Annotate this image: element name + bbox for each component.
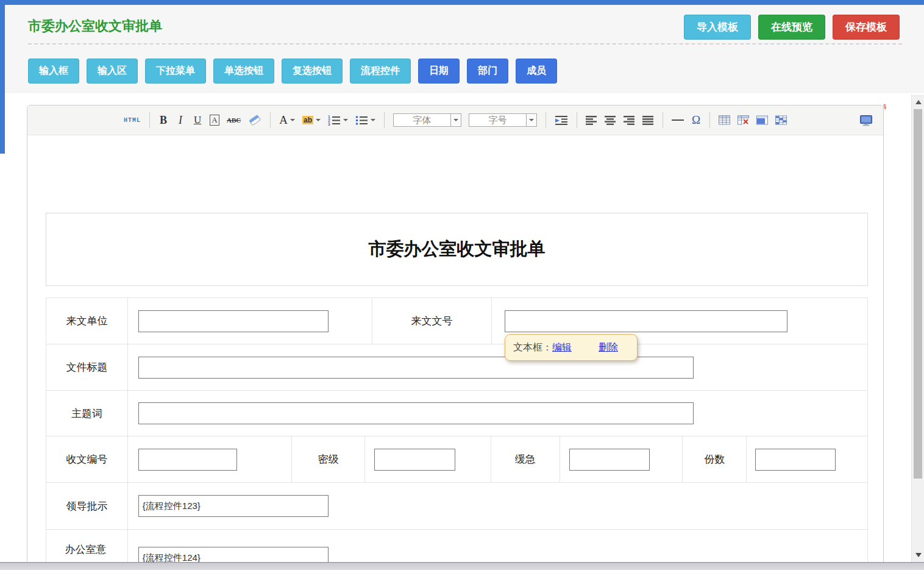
svg-text:3: 3	[328, 122, 330, 126]
align-center-icon	[605, 115, 616, 125]
bullet-list-icon	[355, 115, 368, 126]
chevron-down-icon	[371, 119, 375, 121]
scrollbar-thumb[interactable]	[914, 109, 922, 479]
page-title: 市委办公室收文审批单	[28, 17, 162, 35]
arrow-down-icon	[915, 553, 922, 557]
align-right-button[interactable]	[621, 112, 638, 129]
remove-format-icon[interactable]	[246, 112, 264, 129]
add-checkbox-button[interactable]: 复选按钮	[282, 59, 343, 84]
table-icon	[719, 115, 730, 125]
add-date-button[interactable]: 日期	[418, 59, 460, 84]
chevron-down-icon	[450, 114, 461, 126]
add-radio-button[interactable]: 单选按钮	[213, 59, 274, 84]
left-blue-strip	[0, 5, 5, 154]
horizontal-rule-button[interactable]	[669, 112, 686, 129]
font-family-select[interactable]: 字体	[393, 113, 461, 127]
security-level-label: 密级	[291, 436, 364, 482]
indent-button[interactable]	[552, 112, 570, 129]
blockquote-button[interactable]: A	[207, 112, 222, 129]
pencil-icon: ✎	[880, 102, 889, 112]
arrow-up-icon	[915, 100, 922, 104]
highlight-color-button[interactable]: ab✎	[300, 112, 323, 129]
align-center-button[interactable]	[602, 112, 619, 129]
chevron-down-icon	[290, 119, 295, 121]
urgency-input[interactable]	[569, 449, 650, 471]
align-left-icon	[586, 115, 597, 125]
toolbar-separator	[709, 112, 710, 128]
doc-number-input[interactable]	[505, 310, 787, 332]
tooltip-label: 文本框：	[513, 341, 552, 354]
insert-table-button[interactable]	[716, 112, 733, 129]
copies-input[interactable]	[755, 449, 836, 471]
table-delete-icon	[737, 115, 749, 125]
editor-content[interactable]: 市委办公室收文审批单 来文单位 来文文号 文件标题 主题词 收文编号	[27, 135, 883, 569]
import-template-button[interactable]: 导入模板	[684, 15, 751, 40]
scroll-down-button[interactable]	[912, 550, 924, 560]
ordered-list-button[interactable]: 123	[325, 112, 350, 129]
doc-title-label: 文件标题	[46, 344, 127, 390]
scroll-up-button[interactable]	[912, 97, 924, 107]
online-preview-button[interactable]: 在线预览	[758, 15, 825, 40]
receipt-number-label: 收文编号	[46, 436, 127, 482]
source-unit-label: 来文单位	[46, 298, 127, 344]
align-justify-icon	[642, 115, 654, 125]
special-char-button[interactable]: Ω	[689, 112, 703, 129]
add-flow-control-button[interactable]: 流程控件	[350, 59, 411, 84]
align-justify-button[interactable]	[640, 112, 656, 129]
font-size-select[interactable]: 字号	[469, 113, 537, 127]
copies-label: 份数	[682, 436, 746, 482]
add-dropdown-button[interactable]: 下拉菜单	[145, 59, 206, 84]
urgency-label: 缓急	[491, 436, 560, 482]
toolbar-separator	[663, 112, 663, 128]
source-unit-input[interactable]	[138, 310, 329, 332]
component-toolbar: 输入框 输入区 下拉菜单 单选按钮 复选按钮 流程控件 日期 部门 成员	[28, 59, 557, 84]
bold-button[interactable]: B	[156, 112, 171, 129]
toolbar-separator	[384, 112, 385, 128]
keywords-input[interactable]	[138, 402, 694, 424]
document-title-box: 市委办公室收文审批单	[46, 213, 868, 286]
page: { "header": { "page_title": "市委办公室收文审批单"…	[0, 0, 924, 570]
fullscreen-button[interactable]	[858, 112, 875, 129]
horizontal-line-icon	[672, 119, 684, 121]
italic-button[interactable]: I	[173, 112, 188, 129]
vertical-scrollbar[interactable]	[911, 94, 924, 562]
unordered-list-button[interactable]	[353, 112, 378, 129]
cell-properties-button[interactable]	[773, 112, 789, 129]
doc-number-label: 来文文号	[372, 298, 491, 344]
security-level-input[interactable]	[374, 449, 455, 471]
save-template-button[interactable]: 保存模板	[833, 15, 900, 40]
edit-link[interactable]: 编辑	[552, 341, 572, 354]
add-textarea-button[interactable]: 输入区	[87, 59, 138, 84]
font-color-button[interactable]: A	[277, 112, 297, 129]
toolbar-separator	[546, 112, 546, 128]
chevron-down-icon	[316, 119, 321, 121]
bottom-gray-bar	[0, 562, 924, 570]
table-properties-button[interactable]	[754, 112, 770, 129]
add-member-button[interactable]: 成员	[516, 59, 557, 84]
delete-table-button[interactable]	[735, 112, 752, 129]
leader-comments-input[interactable]	[138, 495, 329, 517]
toolbar-separator	[270, 112, 271, 128]
add-input-box-button[interactable]: 输入框	[28, 59, 79, 84]
toolbar-separator	[577, 112, 577, 128]
source-code-button[interactable]: HTML	[121, 112, 143, 129]
delete-link[interactable]: 删除	[599, 341, 618, 354]
align-left-button[interactable]	[583, 112, 600, 129]
align-right-icon	[624, 115, 635, 125]
numbered-list-icon: 123	[328, 115, 341, 126]
form-table: 来文单位 来文文号 文件标题 主题词 收文编号 密级 缓急	[46, 297, 868, 569]
receipt-number-input[interactable]	[138, 449, 237, 471]
strikethrough-button[interactable]: ABC	[224, 112, 243, 129]
editor-toolbar: HTML B I U A ABC A ab✎ 123	[27, 105, 883, 135]
add-department-button[interactable]: 部门	[467, 59, 508, 84]
chevron-down-icon	[526, 114, 536, 126]
header-panel: 市委办公室收文审批单 导入模板 在线预览 保存模板 输入框 输入区 下拉菜单 单…	[5, 5, 924, 93]
table-row: 来文单位 来文文号	[46, 298, 867, 344]
table-prop-icon	[756, 115, 768, 125]
dashed-divider	[28, 43, 902, 45]
textbox-context-tooltip: 文本框： 编辑 删除	[505, 334, 638, 361]
eraser-icon	[248, 114, 261, 126]
header-actions: 导入模板 在线预览 保存模板	[684, 15, 900, 40]
underline-button[interactable]: U	[190, 112, 205, 129]
toolbar-separator	[149, 112, 150, 128]
